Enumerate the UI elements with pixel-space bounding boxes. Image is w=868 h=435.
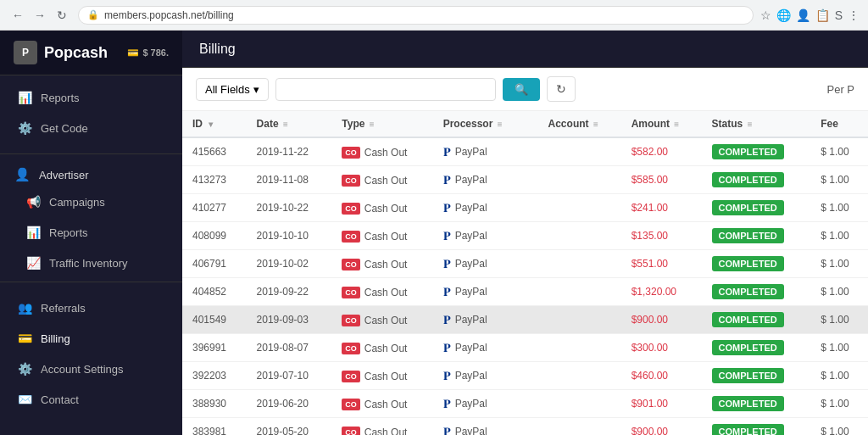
sidebar-item-label: Reports [41, 92, 80, 104]
table-row[interactable]: 3889302019-06-20CO Cash Out𝐏 PayPal$901.… [182, 390, 868, 418]
cell-id: 396991 [182, 334, 247, 362]
cell-type: CO Cash Out [331, 194, 432, 222]
table-row[interactable]: 3922032019-07-10CO Cash Out𝐏 PayPal$460.… [182, 362, 868, 390]
sidebar-item-account-settings[interactable]: ⚙️ Account Settings [0, 354, 182, 384]
paypal-icon: 𝐏 [443, 313, 451, 327]
sort-id-icon[interactable]: ▾ [209, 120, 213, 129]
status-badge: COMPLETED [712, 424, 784, 435]
sidebar-item-traffic-inventory[interactable]: 📈 Traffic Inventory [8, 248, 182, 278]
cell-amount: $900.00 [621, 306, 702, 334]
cell-type: CO Cash Out [331, 166, 432, 194]
star-icon[interactable]: ☆ [760, 8, 771, 22]
wallet-balance: $ 786. [142, 47, 169, 58]
search-input[interactable] [275, 78, 496, 101]
paypal-icon: 𝐏 [443, 397, 451, 411]
search-button[interactable]: 🔍 [503, 78, 540, 101]
status-badge: COMPLETED [712, 144, 784, 159]
table-row[interactable]: 3839812019-05-20CO Cash Out𝐏 PayPal$900.… [182, 418, 868, 436]
extension-icon-2[interactable]: 👤 [796, 8, 810, 22]
cell-status: COMPLETED [702, 390, 811, 418]
cell-status: COMPLETED [702, 362, 811, 390]
browser-chrome: ← → ↻ 🔒 members.popcash.net/billing ☆ 🌐 … [0, 0, 868, 31]
table-row[interactable]: 4132732019-11-08CO Cash Out𝐏 PayPal$585.… [182, 166, 868, 194]
cell-status: COMPLETED [702, 222, 811, 250]
cell-amount: $1,320.00 [621, 278, 702, 306]
status-badge: COMPLETED [712, 228, 784, 243]
cell-processor: 𝐏 PayPal [433, 194, 538, 222]
paypal-icon: 𝐏 [443, 341, 451, 355]
table-row[interactable]: 4156632019-11-22CO Cash Out𝐏 PayPal$582.… [182, 137, 868, 166]
filter-type-icon[interactable]: ≡ [370, 120, 375, 129]
cell-id: 413273 [182, 166, 247, 194]
table-row[interactable]: 4015492019-09-03CO Cash Out𝐏 PayPal$900.… [182, 306, 868, 334]
cell-status: COMPLETED [702, 278, 811, 306]
table-row[interactable]: 4102772019-10-22CO Cash Out𝐏 PayPal$241.… [182, 194, 868, 222]
browser-actions: ☆ 🌐 👤 📋 S ⋮ [760, 8, 860, 22]
filter-status-icon[interactable]: ≡ [748, 120, 753, 129]
table-row[interactable]: 4080992019-10-10CO Cash Out𝐏 PayPal$135.… [182, 222, 868, 250]
contact-icon: ✉️ [17, 392, 32, 407]
cashout-icon: CO [342, 147, 360, 159]
page-header: Billing [182, 31, 868, 68]
cell-date: 2019-09-03 [247, 306, 332, 334]
extension-icon-1[interactable]: 🌐 [776, 8, 791, 22]
sidebar-item-contact[interactable]: ✉️ Contact [0, 384, 182, 415]
cell-fee: $ 1.00 [810, 250, 868, 278]
cell-fee: $ 1.00 [810, 278, 868, 306]
cell-type: CO Cash Out [331, 362, 432, 390]
cashout-icon: CO [342, 315, 360, 326]
forward-button[interactable]: → [31, 6, 49, 25]
sidebar-item-campaigns[interactable]: 📢 Campaigns [8, 187, 182, 217]
cell-processor: 𝐏 PayPal [433, 418, 538, 436]
cashout-icon: CO [342, 175, 360, 187]
table-row[interactable]: 3969912019-08-07CO Cash Out𝐏 PayPal$300.… [182, 334, 868, 362]
advertiser-sub-items: 📢 Campaigns 📊 Reports 📈 Traffic Inventor… [0, 187, 182, 278]
col-date: Date ≡ [247, 111, 332, 137]
sidebar-item-get-code[interactable]: ⚙️ Get Code [0, 113, 182, 143]
cell-date: 2019-11-08 [247, 166, 332, 194]
back-button[interactable]: ← [8, 6, 27, 25]
cell-date: 2019-05-20 [247, 418, 332, 436]
cell-id: 415663 [182, 137, 247, 166]
sidebar-item-reports-publisher[interactable]: 📊 Reports [0, 82, 182, 113]
reports-advertiser-icon: 📊 [25, 225, 41, 240]
col-id: ID ▾ [182, 111, 247, 137]
cell-amount: $300.00 [621, 334, 702, 362]
status-badge: COMPLETED [712, 284, 784, 299]
sidebar-item-reports-advertiser[interactable]: 📊 Reports [8, 217, 182, 248]
cashout-icon: CO [342, 399, 360, 410]
refresh-button[interactable]: ↻ [53, 6, 71, 25]
cell-status: COMPLETED [702, 250, 811, 278]
cell-account [538, 137, 621, 166]
cell-fee: $ 1.00 [810, 166, 868, 194]
cell-id: 404852 [182, 278, 247, 306]
cell-id: 401549 [182, 306, 247, 334]
paypal-icon: 𝐏 [443, 285, 451, 299]
filter-processor-icon[interactable]: ≡ [498, 120, 503, 129]
cell-account [538, 278, 621, 306]
table-row[interactable]: 4067912019-10-02CO Cash Out𝐏 PayPal$551.… [182, 250, 868, 278]
menu-icon[interactable]: ⋮ [848, 8, 860, 22]
col-type: Type ≡ [331, 111, 432, 137]
billing-table: ID ▾ Date ≡ Type ≡ Processor ≡ Account ≡… [182, 111, 868, 435]
cell-amount: $551.00 [621, 250, 702, 278]
cell-id: 383981 [182, 418, 247, 436]
reports-publisher-icon: 📊 [17, 90, 32, 105]
refresh-data-button[interactable]: ↻ [547, 76, 576, 102]
table-row[interactable]: 4048522019-09-22CO Cash Out𝐏 PayPal$1,32… [182, 278, 868, 306]
advertiser-header[interactable]: 👤 Advertiser [0, 158, 182, 187]
cell-date: 2019-11-22 [247, 137, 332, 166]
sidebar-item-referrals[interactable]: 👥 Referrals [0, 293, 182, 323]
cell-fee: $ 1.00 [810, 362, 868, 390]
publisher-section: 📊 Reports ⚙️ Get Code [0, 75, 182, 150]
extension-icon-4[interactable]: S [835, 8, 843, 22]
filter-date-icon[interactable]: ≡ [283, 120, 288, 129]
filter-account-icon[interactable]: ≡ [593, 120, 598, 129]
cell-amount: $582.00 [621, 137, 702, 166]
sidebar-item-billing[interactable]: 💳 Billing [0, 323, 182, 354]
address-bar[interactable]: 🔒 members.popcash.net/billing [78, 6, 754, 25]
filter-amount-icon[interactable]: ≡ [674, 120, 679, 129]
cell-type: CO Cash Out [331, 306, 432, 334]
extension-icon-3[interactable]: 📋 [815, 8, 830, 22]
filter-select[interactable]: All Fields ▾ [196, 78, 269, 101]
